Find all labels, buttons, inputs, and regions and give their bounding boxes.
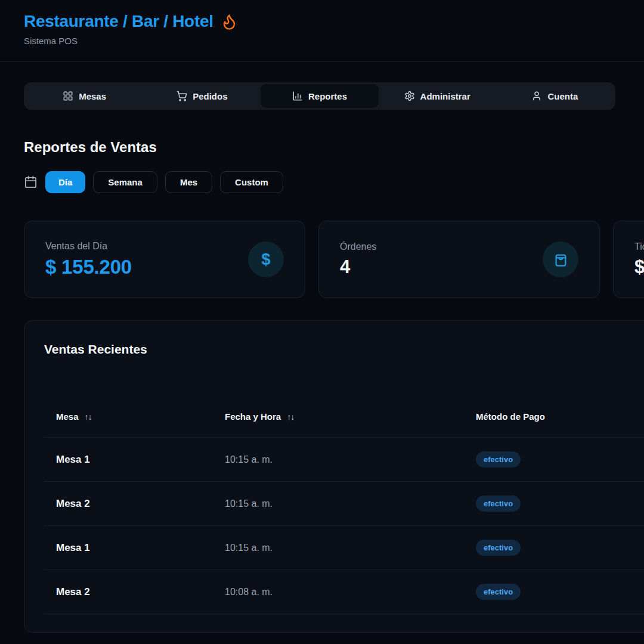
stat-value: $	[634, 256, 644, 278]
table-row[interactable]: Mesa 2 10:08 a. m. efectivo	[44, 570, 644, 614]
stat-card-ventas: Ventas del Día $ 155.200 $	[24, 221, 305, 298]
tab-administrar[interactable]: Administrar	[379, 84, 496, 108]
cart-icon	[177, 91, 187, 101]
column-header-mesa: Mesa	[56, 411, 79, 422]
filter-dia-button[interactable]: Día	[45, 171, 85, 193]
cell-time: 10:15 a. m.	[225, 543, 273, 553]
tab-label: Pedidos	[193, 91, 227, 101]
filter-mes-button[interactable]: Mes	[165, 171, 212, 193]
stat-value: $ 155.200	[45, 256, 132, 278]
cell-mesa: Mesa 2	[56, 586, 90, 598]
table-header-row: Mesa ↑↓ Fecha y Hora ↑↓ Método de Pago	[44, 396, 644, 438]
main-nav: Mesas Pedidos Reportes Administrar Cuent…	[24, 82, 615, 110]
table-row[interactable]: Mesa 1 10:15 a. m. efectivo	[44, 438, 644, 482]
period-filters: Día Semana Mes Custom	[24, 171, 620, 193]
stat-value: 4	[340, 256, 376, 278]
cell-mesa: Mesa 1	[56, 542, 90, 554]
filter-semana-button[interactable]: Semana	[93, 171, 157, 193]
flame-icon	[221, 13, 238, 30]
tab-cuenta[interactable]: Cuenta	[496, 84, 614, 108]
cell-time: 10:08 a. m.	[225, 587, 273, 597]
filter-custom-button[interactable]: Custom	[220, 171, 283, 193]
payment-badge: efectivo	[476, 584, 521, 600]
tab-label: Mesas	[79, 91, 106, 101]
tab-label: Cuenta	[547, 91, 578, 101]
tab-pedidos[interactable]: Pedidos	[143, 84, 261, 108]
tab-label: Reportes	[308, 91, 347, 101]
table-row[interactable]: Mesa 1 10:15 a. m. efectivo	[44, 526, 644, 570]
cell-mesa: Mesa 1	[56, 454, 90, 466]
shopping-bag-icon	[543, 242, 578, 277]
tab-reportes[interactable]: Reportes	[261, 84, 378, 108]
app-title: Restaurante / Bar / Hotel	[24, 12, 213, 31]
cell-time: 10:15 a. m.	[225, 499, 273, 509]
app-header: Restaurante / Bar / Hotel Sistema POS	[0, 0, 644, 62]
grid-icon	[63, 91, 73, 101]
stat-card-ticket: Tic $	[613, 221, 644, 298]
app-subtitle: Sistema POS	[24, 36, 620, 46]
column-header-fecha: Fecha y Hora	[225, 411, 281, 422]
stat-cards: Ventas del Día $ 155.200 $ Órdenes 4 Tic…	[24, 221, 620, 298]
dollar-sign-icon: $	[248, 242, 284, 277]
tab-mesas[interactable]: Mesas	[26, 84, 143, 108]
table-row[interactable]: Mesa 2 10:15 a. m. efectivo	[44, 482, 644, 526]
recent-sales-panel: Ventas Recientes Mesa ↑↓ Fecha y Hora ↑↓…	[24, 320, 644, 633]
panel-title: Ventas Recientes	[44, 342, 644, 357]
stat-label: Tic	[634, 242, 644, 252]
stat-card-ordenes: Órdenes 4	[318, 221, 600, 298]
sort-icon[interactable]: ↑↓	[85, 412, 92, 422]
calendar-icon	[24, 175, 38, 189]
column-header-pago: Método de Pago	[476, 411, 545, 422]
payment-badge: efectivo	[476, 496, 521, 512]
sales-table: Mesa ↑↓ Fecha y Hora ↑↓ Método de Pago M…	[44, 396, 644, 614]
tab-label: Administrar	[420, 91, 470, 101]
cell-mesa: Mesa 2	[56, 498, 90, 510]
payment-badge: efectivo	[476, 540, 521, 556]
page-title: Reportes de Ventas	[24, 139, 620, 156]
sort-icon[interactable]: ↑↓	[287, 412, 294, 422]
gear-icon	[404, 91, 415, 101]
stat-label: Órdenes	[340, 242, 376, 252]
cell-time: 10:15 a. m.	[225, 454, 273, 465]
user-icon	[531, 91, 542, 101]
stat-label: Ventas del Día	[45, 241, 132, 252]
payment-badge: efectivo	[476, 451, 521, 467]
table-body: Mesa 1 10:15 a. m. efectivo Mesa 2 10:15…	[44, 438, 644, 614]
bar-chart-icon	[292, 91, 303, 101]
